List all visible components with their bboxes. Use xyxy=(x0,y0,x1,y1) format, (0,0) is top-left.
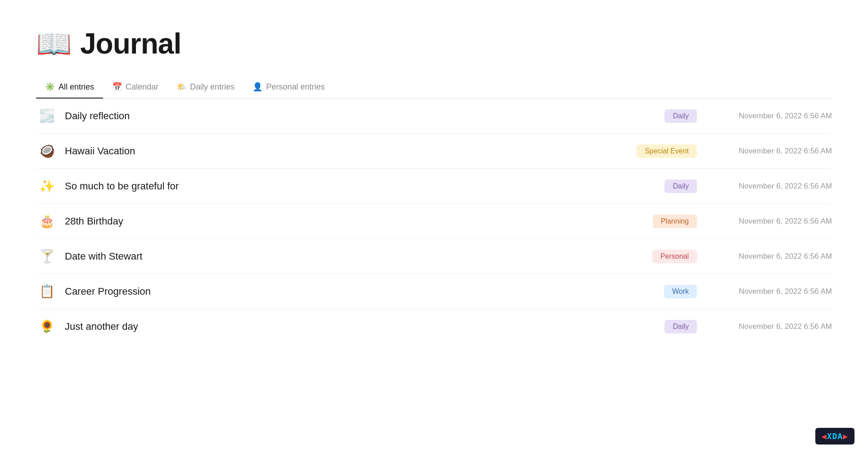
entry-title-2: So much to be grateful for xyxy=(65,180,665,192)
entry-title-3: 28th Birthday xyxy=(65,216,653,227)
entry-title-4: Date with Stewart xyxy=(65,251,652,262)
entry-emoji-5: 📋 xyxy=(36,284,58,299)
entry-date-3: November 6, 2022 6:56 AM xyxy=(715,217,832,226)
tab-daily-entries[interactable]: 🌤️Daily entries xyxy=(167,76,244,98)
calendar-icon: 📅 xyxy=(112,82,122,92)
page-icon: 📖 xyxy=(36,29,72,58)
entries-list: 🌫️Daily reflectionDailyNovember 6, 2022 … xyxy=(36,99,832,344)
entry-tag-3: Planning xyxy=(653,215,697,228)
watermark-bracket-right: ▶ xyxy=(843,431,848,441)
entry-tag-0: Daily xyxy=(665,109,697,123)
entry-title-6: Just another day xyxy=(65,321,665,332)
entry-date-5: November 6, 2022 6:56 AM xyxy=(715,287,832,296)
entry-emoji-4: 🍸 xyxy=(36,249,58,264)
all-entries-label: All entries xyxy=(59,82,94,92)
entry-emoji-2: ✨ xyxy=(36,179,58,193)
watermark-bracket-left: ◀ xyxy=(822,431,827,441)
entry-tag-6: Daily xyxy=(665,320,697,333)
tabs-container: ✳️All entries📅Calendar🌤️Daily entries👤Pe… xyxy=(36,76,832,99)
entry-row[interactable]: 🥥Hawaii VacationSpecial EventNovember 6,… xyxy=(36,134,832,169)
entry-date-4: November 6, 2022 6:56 AM xyxy=(715,252,832,261)
entry-row[interactable]: 📋Career ProgressionWorkNovember 6, 2022 … xyxy=(36,274,832,309)
entry-date-2: November 6, 2022 6:56 AM xyxy=(715,182,832,191)
entry-tag-1: Special Event xyxy=(637,144,697,158)
entry-tag-4: Personal xyxy=(652,250,697,263)
page-title: Journal xyxy=(80,27,181,60)
entry-row[interactable]: 🌻Just another dayDailyNovember 6, 2022 6… xyxy=(36,309,832,344)
entry-row[interactable]: 🌫️Daily reflectionDailyNovember 6, 2022 … xyxy=(36,99,832,134)
entry-row[interactable]: 🍸Date with StewartPersonalNovember 6, 20… xyxy=(36,239,832,274)
entry-title-5: Career Progression xyxy=(65,286,664,297)
tab-calendar[interactable]: 📅Calendar xyxy=(103,76,167,98)
entry-title-0: Daily reflection xyxy=(65,110,665,122)
entry-date-6: November 6, 2022 6:56 AM xyxy=(715,322,832,331)
all-entries-icon: ✳️ xyxy=(45,82,55,92)
daily-entries-label: Daily entries xyxy=(190,82,235,92)
entry-row[interactable]: 🎂28th BirthdayPlanningNovember 6, 2022 6… xyxy=(36,204,832,239)
entry-title-1: Hawaii Vacation xyxy=(65,145,637,157)
entry-tag-2: Daily xyxy=(665,180,697,193)
xda-watermark: ◀XDA▶ xyxy=(815,428,854,445)
entry-emoji-1: 🥥 xyxy=(36,144,58,158)
personal-entries-label: Personal entries xyxy=(266,82,325,92)
page-header: 📖 Journal xyxy=(36,27,832,60)
entry-tag-5: Work xyxy=(664,285,697,298)
daily-entries-icon: 🌤️ xyxy=(176,82,186,92)
tab-personal-entries[interactable]: 👤Personal entries xyxy=(244,76,334,98)
entry-emoji-3: 🎂 xyxy=(36,214,58,229)
tab-all-entries[interactable]: ✳️All entries xyxy=(36,76,103,98)
entry-emoji-6: 🌻 xyxy=(36,319,58,334)
entry-emoji-0: 🌫️ xyxy=(36,108,58,123)
personal-entries-icon: 👤 xyxy=(253,82,262,92)
calendar-label: Calendar xyxy=(126,82,158,92)
entry-date-0: November 6, 2022 6:56 AM xyxy=(715,112,832,121)
entry-date-1: November 6, 2022 6:56 AM xyxy=(715,147,832,156)
entry-row[interactable]: ✨So much to be grateful forDailyNovember… xyxy=(36,169,832,204)
